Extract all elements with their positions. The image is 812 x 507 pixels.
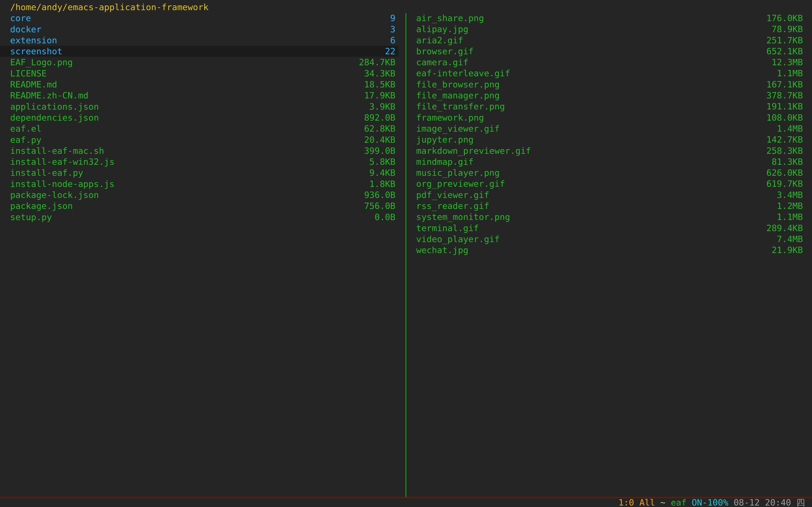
file-row[interactable]: README.md 18.5KB: [0, 79, 399, 90]
entry-size: 5.8KB: [369, 156, 395, 167]
file-row[interactable]: README.zh-CN.md 17.9KB: [0, 90, 399, 101]
entry-name: terminal.gif: [416, 223, 479, 234]
entry-size: 0.0B: [374, 212, 395, 223]
entry-size: 142.7KB: [766, 134, 803, 145]
file-row[interactable]: video_player.gif 7.4MB: [406, 234, 812, 245]
entry-name: README.md: [10, 79, 57, 90]
entry-name: dependencies.json: [10, 112, 99, 123]
entry-name: setup.py: [10, 212, 52, 223]
entry-size: 176.0KB: [766, 13, 803, 24]
entry-size: 284.7KB: [359, 57, 395, 68]
entry-size: 1.1MB: [777, 212, 803, 222]
entry-name: eaf.py: [10, 134, 42, 145]
file-row[interactable]: org_previewer.gif 619.7KB: [406, 178, 812, 189]
file-row[interactable]: package.json 756.0B: [0, 201, 399, 212]
entry-name: org_previewer.gif: [416, 178, 505, 189]
modeline-battery: ON-100%: [692, 498, 728, 507]
modeline: 1:0 All ~ eaf ON-100% 08-12 20:40 四: [0, 498, 812, 507]
directory-row[interactable]: screenshot 22: [0, 46, 399, 57]
file-row[interactable]: file_manager.png 378.7KB: [406, 90, 812, 101]
entry-name: air_share.png: [416, 13, 484, 24]
entry-size: 399.0B: [364, 145, 395, 156]
entry-size: 62.8KB: [364, 123, 395, 134]
file-row[interactable]: LICENSE 34.3KB: [0, 68, 399, 79]
file-row[interactable]: eaf.py 20.4KB: [0, 134, 399, 145]
entry-name: install-node-apps.js: [10, 178, 115, 189]
entry-name: browser.gif: [416, 46, 474, 57]
file-row[interactable]: framework.png 108.0KB: [406, 112, 812, 123]
entry-name: package-lock.json: [10, 189, 99, 201]
file-row[interactable]: dependencies.json 892.0B: [0, 112, 399, 123]
file-row[interactable]: image_viewer.gif 1.4MB: [406, 123, 812, 134]
entry-name: EAF_Logo.png: [10, 57, 73, 68]
entry-name: package.json: [10, 201, 73, 212]
entry-name: docker: [10, 24, 42, 35]
file-row[interactable]: rss_reader.gif 1.2MB: [406, 201, 812, 212]
file-row[interactable]: jupyter.png 142.7KB: [406, 134, 812, 145]
file-row[interactable]: EAF_Logo.png 284.7KB: [0, 57, 399, 68]
entry-size: 258.3KB: [766, 145, 803, 156]
entry-size: 108.0KB: [766, 112, 803, 123]
entry-size: 81.3KB: [772, 156, 803, 167]
entry-size: 626.0KB: [766, 167, 803, 178]
entry-size: 1.2MB: [777, 201, 803, 212]
file-row[interactable]: wechat.jpg 21.9KB: [406, 245, 812, 256]
file-row[interactable]: setup.py 0.0B: [0, 212, 399, 223]
modeline-position: 1:0: [618, 498, 634, 507]
entry-name: screenshot: [10, 46, 62, 57]
file-row[interactable]: package-lock.json 936.0B: [0, 189, 399, 201]
file-row[interactable]: applications.json 3.9KB: [0, 101, 399, 112]
entry-name: extension: [10, 35, 57, 46]
file-row[interactable]: eaf.el 62.8KB: [0, 123, 399, 134]
entry-size: 9.4KB: [369, 167, 395, 178]
entry-size: 756.0B: [364, 201, 395, 212]
entry-size: 167.1KB: [766, 79, 803, 90]
file-row[interactable]: terminal.gif 289.4KB: [406, 223, 812, 234]
entry-name: system_monitor.png: [416, 212, 510, 222]
entry-name: LICENSE: [10, 68, 47, 79]
entry-size: 191.1KB: [766, 101, 803, 112]
entry-size: 7.4MB: [777, 234, 803, 245]
entry-size: 22: [385, 46, 395, 57]
file-row[interactable]: aria2.gif 251.7KB: [406, 35, 812, 46]
entry-name: core: [10, 13, 31, 24]
entry-name: README.zh-CN.md: [10, 90, 88, 101]
entry-size: 3.4MB: [777, 189, 803, 201]
file-row[interactable]: camera.gif 12.3MB: [406, 57, 812, 68]
file-row[interactable]: install-eaf-win32.js 5.8KB: [0, 156, 399, 167]
entry-name: install-eaf-mac.sh: [10, 145, 104, 156]
file-row[interactable]: pdf_viewer.gif 3.4MB: [406, 189, 812, 201]
entry-size: 78.9KB: [772, 24, 803, 35]
entry-name: install-eaf-win32.js: [10, 156, 115, 167]
entry-size: 3: [390, 24, 395, 35]
entry-name: eaf.el: [10, 123, 42, 134]
entry-name: alipay.jpg: [416, 24, 468, 35]
entry-name: install-eaf.py: [10, 167, 83, 178]
file-row[interactable]: markdown_previewer.gif 258.3KB: [406, 145, 812, 156]
entry-size: 17.9KB: [364, 90, 395, 101]
entry-size: 619.7KB: [766, 178, 803, 189]
modeline-tilde: ~: [660, 498, 666, 507]
file-row[interactable]: music_player.png 626.0KB: [406, 167, 812, 178]
file-row[interactable]: install-node-apps.js 1.8KB: [0, 178, 399, 189]
file-row[interactable]: system_monitor.png 1.1MB: [406, 212, 812, 222]
entry-name: jupyter.png: [416, 134, 474, 145]
file-list: core 9 docker 3 extension 6 screenshot 2…: [0, 13, 399, 223]
file-row[interactable]: file_browser.png 167.1KB: [406, 79, 812, 90]
file-row[interactable]: install-eaf-mac.sh 399.0B: [0, 145, 399, 156]
file-row[interactable]: alipay.jpg 78.9KB: [406, 24, 812, 35]
entry-name: image_viewer.gif: [416, 123, 500, 134]
directory-row[interactable]: extension 6: [0, 35, 399, 46]
entry-size: 20.4KB: [364, 134, 395, 145]
modeline-time: 20:40: [765, 498, 791, 507]
directory-row[interactable]: core 9: [0, 13, 399, 24]
directory-row[interactable]: docker 3: [0, 24, 399, 35]
file-row[interactable]: mindmap.gif 81.3KB: [406, 156, 812, 167]
file-row[interactable]: browser.gif 652.1KB: [406, 46, 812, 57]
file-row[interactable]: install-eaf.py 9.4KB: [0, 167, 399, 178]
entry-size: 1.4MB: [777, 123, 803, 134]
file-row[interactable]: file_transfer.png 191.1KB: [406, 101, 812, 112]
file-row[interactable]: eaf-interleave.gif 1.1MB: [406, 68, 812, 79]
file-row[interactable]: air_share.png 176.0KB: [406, 13, 812, 24]
entry-size: 6: [390, 35, 395, 46]
